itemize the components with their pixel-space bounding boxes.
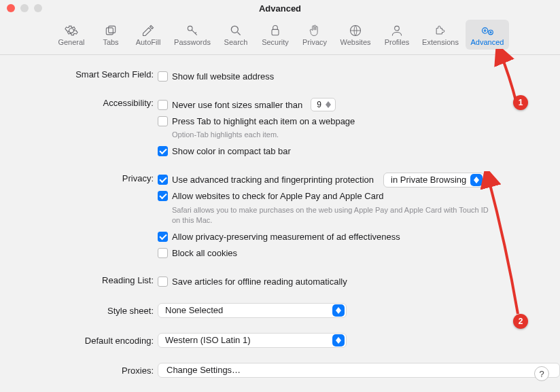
- settings-form: Smart Search Field: Show full website ad…: [0, 55, 560, 392]
- applepay-label: Allow websites to check for Apple Pay an…: [172, 191, 383, 201]
- double-gear-icon: [480, 24, 495, 37]
- tracking-mode-dropdown[interactable]: in Private Browsing: [383, 173, 485, 188]
- style-sheet-dropdown[interactable]: None Selected: [158, 303, 347, 318]
- show-full-address-checkbox[interactable]: [158, 71, 168, 82]
- min-font-checkbox[interactable]: [158, 100, 168, 110]
- annotation-pin-1: 1: [513, 95, 528, 110]
- block-cookies-checkbox[interactable]: [158, 248, 168, 258]
- gear-icon: [65, 24, 78, 37]
- help-button[interactable]: ?: [534, 366, 549, 381]
- svg-point-2: [188, 26, 192, 31]
- key-icon: [186, 24, 199, 37]
- tab-tabs[interactable]: Tabs: [94, 20, 127, 50]
- titlebar: Advanced: [0, 0, 560, 16]
- tracking-checkbox[interactable]: [158, 175, 168, 185]
- svg-rect-0: [106, 27, 113, 34]
- svg-rect-4: [272, 29, 279, 35]
- save-offline-checkbox[interactable]: [158, 277, 168, 287]
- accessibility-label: Accessibility:: [0, 97, 158, 108]
- dropdown-arrows-icon: [470, 174, 483, 186]
- globe-icon: [349, 24, 362, 37]
- reading-list-label: Reading List:: [0, 274, 158, 285]
- annotation-pin-2: 2: [513, 314, 528, 329]
- privacy-label: Privacy:: [0, 173, 158, 183]
- tracking-label: Use advanced tracking and fingerprinting…: [172, 175, 374, 185]
- dropdown-arrows-icon: [332, 334, 345, 346]
- tab-general[interactable]: General: [51, 20, 92, 50]
- tab-websites[interactable]: Websites: [335, 20, 376, 50]
- smart-search-label: Smart Search Field:: [0, 69, 158, 79]
- proxies-label: Proxies:: [0, 363, 158, 376]
- svg-point-10: [490, 31, 491, 33]
- tab-passwords[interactable]: Passwords: [169, 20, 215, 50]
- default-encoding-dropdown[interactable]: Western (ISO Latin 1): [158, 333, 347, 348]
- svg-point-8: [484, 29, 486, 31]
- tab-search[interactable]: Search: [218, 20, 253, 50]
- press-tab-label: Press Tab to highlight each item on a we…: [172, 116, 355, 126]
- tab-autofill[interactable]: AutoFill: [130, 20, 167, 50]
- dropdown-arrows-icon: [332, 304, 345, 317]
- svg-point-3: [231, 26, 238, 33]
- tab-privacy[interactable]: Privacy: [297, 20, 332, 50]
- tab-advanced[interactable]: Advanced: [466, 20, 509, 50]
- change-proxy-settings-button[interactable]: Change Settings…: [158, 363, 560, 378]
- min-font-stepper[interactable]: 9: [311, 98, 336, 111]
- window-title: Advanced: [0, 3, 560, 14]
- block-cookies-label: Block all cookies: [172, 248, 237, 258]
- stepper-arrows-icon: [324, 101, 332, 108]
- pencil-icon: [141, 24, 155, 37]
- ad-measure-checkbox[interactable]: [158, 232, 168, 242]
- show-full-address-label: Show full website address: [172, 71, 274, 82]
- svg-rect-1: [109, 26, 116, 33]
- press-tab-checkbox[interactable]: [158, 116, 168, 126]
- press-tab-note: Option-Tab highlights each item.: [172, 130, 491, 143]
- ad-measure-label: Allow privacy-preserving measurement of …: [172, 232, 400, 242]
- tab-security[interactable]: Security: [256, 20, 294, 50]
- applepay-note: Safari allows you to make purchases on t…: [172, 205, 491, 228]
- svg-point-6: [395, 26, 400, 31]
- tab-extensions[interactable]: Extensions: [418, 20, 463, 50]
- puzzle-icon: [434, 24, 447, 37]
- search-icon: [229, 24, 243, 37]
- lock-icon: [268, 24, 282, 37]
- applepay-checkbox[interactable]: [158, 191, 168, 201]
- tabs-icon: [104, 24, 118, 37]
- default-encoding-label: Default encoding:: [0, 333, 158, 346]
- compact-color-checkbox[interactable]: [158, 146, 168, 156]
- person-icon: [390, 24, 404, 37]
- tab-profiles[interactable]: Profiles: [379, 20, 415, 50]
- compact-color-label: Show color in compact tab bar: [172, 146, 291, 156]
- style-sheet-label: Style sheet:: [0, 303, 158, 316]
- min-font-label: Never use font sizes smaller than: [172, 100, 302, 110]
- svg-point-7: [483, 27, 488, 33]
- hand-icon: [308, 24, 321, 37]
- save-offline-label: Save articles for offline reading automa…: [172, 277, 347, 287]
- preferences-toolbar: General Tabs AutoFill Passwords Search S…: [0, 16, 560, 55]
- svg-point-9: [489, 30, 493, 35]
